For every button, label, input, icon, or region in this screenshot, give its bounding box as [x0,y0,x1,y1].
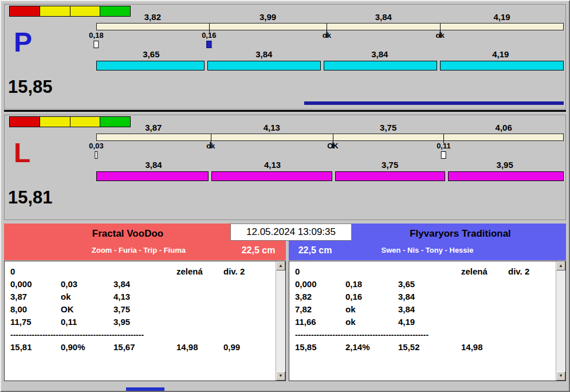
top-split-labels: 3,823,993,844,19 [96,12,564,23]
result-row: 0,0000,183,65 [295,278,554,291]
segment-bar [96,171,564,181]
result-cell: 0,000 [10,278,61,291]
result-cell: 4,13 [113,291,176,303]
separator-row: ----------------------------------------… [295,328,554,341]
result-cell: 3,95 [113,316,176,328]
result-cell: 15,85 [295,341,345,354]
time-segment [335,171,445,181]
result-cell: 3,87 [10,291,61,303]
result-row: 11,66ok4,19 [295,316,554,328]
split-time-label: 3,82 [96,12,209,23]
result-cell: 3,65 [398,278,461,291]
strip-cell [40,6,70,16]
summary-row: 15,852,14%15,5214,98 [295,341,554,354]
change-marker: 0,03 [89,142,103,159]
result-cell [461,278,508,291]
lane-track: 3,874,133,754,06 0,03okOK0,11 3,844,133,… [96,123,564,181]
change-time-label: 0,03 [89,142,103,151]
datetime-display: 12.05.2024 13:09:35 [230,224,352,241]
result-cell: 3,84 [398,291,461,303]
result-cell [223,303,274,316]
split-time-label: 4,13 [211,123,333,134]
result-cell: ok [345,303,398,316]
white-box-icon [441,151,446,159]
results-table-left[interactable]: 0zelenádiv. 20,0000,033,843,87ok4,138,00… [4,261,286,381]
result-row: 0zelenádiv. 2 [295,265,554,278]
result-cell: 0,11 [61,316,113,328]
tick-icon [332,142,333,148]
separator-row: ----------------------------------------… [10,328,274,341]
change-time-label: 0,18 [89,31,103,40]
tick-icon [439,32,441,38]
result-cell: 0 [295,265,345,278]
tick-icon [326,32,327,38]
result-cell: 0,03 [61,278,113,291]
result-cell [176,278,223,291]
result-cell: 3,84 [398,303,461,316]
result-cell: 4,19 [398,316,461,328]
horizontal-scroll-thumb[interactable] [126,387,164,391]
results-table-right[interactable]: 0zelenádiv. 20,0000,183,653,820,163,847,… [289,261,566,381]
lane-total-time: 15,81 [8,187,53,208]
strip-cell [10,117,40,127]
lane-letter: P [14,29,32,56]
lane-divider [4,110,566,112]
result-cell: 0 [10,265,61,278]
strip-cell [40,117,70,127]
result-cell: 11,75 [10,316,61,328]
change-marker: 0,18 [89,31,103,48]
split-time-label: 3,99 [209,12,327,23]
result-cell [508,278,554,291]
result-cell [176,291,223,303]
split-time-label: 3,87 [96,123,211,134]
scroll-up-button[interactable]: ▲ [556,261,565,271]
result-cell [345,265,398,278]
result-cell: ok [61,291,113,303]
result-cell: 14,98 [461,341,508,354]
overlay-bar [96,134,564,141]
change-time-label: 0,16 [202,31,216,40]
result-cell [223,291,274,303]
split-time-label: 4,19 [440,12,564,23]
time-segment [96,171,209,181]
split-time-label: 3,84 [96,160,211,171]
results-area: Fractal VooDoo Zoom - Furia - Trip - Fiu… [4,224,566,382]
time-segment [440,61,564,70]
result-row: 0zelenádiv. 2 [10,265,274,278]
scroll-up-button[interactable]: ▲ [276,261,285,271]
time-segment [207,61,321,70]
result-row: 3,820,163,84 [295,291,554,303]
split-time-label: 3,84 [322,49,438,60]
result-cell: OK [61,303,113,316]
vertical-scrollbar[interactable]: ▲ ▼ [276,261,285,381]
result-row: 8,00OK3,75 [10,303,274,316]
result-row: 0,0000,033,84 [10,278,274,291]
split-time-label: 4,19 [438,49,564,60]
result-row: 3,87ok4,13 [10,291,274,303]
lane-letter: L [14,139,30,167]
result-cell [508,341,554,354]
result-cell: 11,66 [295,316,345,328]
result-cell [461,303,508,316]
result-cell [461,316,508,328]
overlay-bar [96,23,564,30]
result-cell: div. 2 [508,265,554,278]
blue-box-icon [206,41,211,48]
time-segment [324,61,437,70]
result-cell [223,316,274,328]
marker-row: 0,03okOK0,11 [96,141,564,160]
time-segment [448,171,564,181]
result-cell: 0,16 [345,291,398,303]
change-marker: 0,11 [437,142,451,159]
vertical-scrollbar[interactable]: ▲ ▼ [556,261,565,381]
result-cell [113,265,176,278]
scroll-down-button[interactable]: ▼ [276,371,285,381]
scroll-down-button[interactable]: ▼ [556,371,565,381]
strip-cell [70,117,100,127]
result-cell [398,265,461,278]
split-time-label: 3,65 [96,49,206,60]
result-cell: 0,99 [223,341,274,354]
summary-row: 15,810,90%15,6714,980,99 [10,341,274,354]
change-time-label: 0,11 [437,142,451,151]
split-time-label: 3,95 [446,160,564,171]
